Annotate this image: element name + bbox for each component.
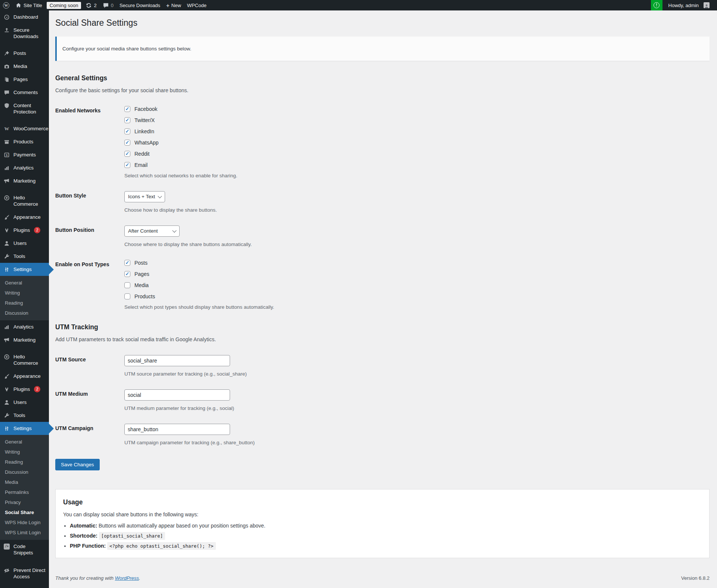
submenu-item-reading[interactable]: Reading xyxy=(0,298,49,308)
sidebar-item-tools[interactable]: Tools xyxy=(0,250,49,263)
selected-value: Icons + Text xyxy=(128,194,155,199)
submenu-item-writing[interactable]: Writing xyxy=(0,447,49,457)
updates-link[interactable]: 2 xyxy=(83,0,99,10)
post-type-checkbox-posts[interactable]: Posts xyxy=(124,260,710,266)
account-menu[interactable]: Howdy, admin xyxy=(662,0,717,10)
utm-campaign-input[interactable] xyxy=(124,424,230,435)
submenu-item-general[interactable]: General xyxy=(0,278,49,288)
sidebar-item-marketing[interactable]: Marketing xyxy=(0,333,49,346)
pages-icon xyxy=(3,76,10,83)
post-type-checkbox-media[interactable]: Media xyxy=(124,282,710,288)
checkbox-icon[interactable] xyxy=(124,293,130,299)
sidebar-item-hello-commerce[interactable]: Hello Commerce xyxy=(0,350,49,370)
secure-downloads-link[interactable]: Secure Downloads xyxy=(117,0,163,10)
sidebar-item-products[interactable]: Products xyxy=(0,135,49,148)
submenu-item-writing[interactable]: Writing xyxy=(0,288,49,298)
network-checkbox-whatsapp[interactable]: WhatsApp xyxy=(124,140,710,146)
settings-submenu-second: General Writing Reading Discussion Media… xyxy=(0,435,49,540)
sidebar-item-dashboard[interactable]: Dashboard xyxy=(0,10,49,24)
shortcode-snippet: [optasti_social_share] xyxy=(99,532,165,540)
site-title-label: Site Title xyxy=(24,3,42,8)
button-position-select[interactable]: After Content xyxy=(124,225,180,237)
sidebar-item-media[interactable]: Media xyxy=(0,60,49,73)
sidebar-item-analytics[interactable]: Analytics xyxy=(0,161,49,174)
submenu-item-general[interactable]: General xyxy=(0,437,49,447)
dashboard-icon xyxy=(3,14,10,20)
checkbox-icon[interactable] xyxy=(124,106,130,112)
post-type-checkbox-pages[interactable]: Pages xyxy=(124,271,710,277)
checkbox-icon[interactable] xyxy=(124,140,130,146)
sidebar-item-analytics[interactable]: Analytics xyxy=(0,320,49,333)
sidebar-item-secure-downloads[interactable]: Secure Downloads xyxy=(0,24,49,43)
checkbox-icon[interactable] xyxy=(124,162,130,168)
submenu-item-wps-limit-login[interactable]: WPS Limit Login xyxy=(0,528,49,538)
post-type-checkbox-products[interactable]: Products xyxy=(124,293,710,299)
network-checkbox-linkedin[interactable]: LinkedIn xyxy=(124,128,710,134)
submenu-item-privacy[interactable]: Privacy xyxy=(0,497,49,507)
wordpress-link[interactable]: WordPress xyxy=(115,575,139,581)
checkbox-icon[interactable] xyxy=(124,260,130,266)
sidebar-item-appearance[interactable]: Appearance xyxy=(0,211,49,224)
admin-bar-left: W Site Title Coming soon 2 0 Secure Down… xyxy=(0,0,209,10)
sidebar-item-marketing[interactable]: Marketing xyxy=(0,174,49,187)
wordpress-menu[interactable]: W xyxy=(0,0,12,10)
submenu-item-discussion[interactable]: Discussion xyxy=(0,467,49,477)
comment-icon xyxy=(3,89,10,96)
sidebar-item-plugins[interactable]: Plugins 2 xyxy=(0,383,49,396)
sidebar-item-settings[interactable]: Settings xyxy=(0,422,49,435)
submenu-item-permalinks[interactable]: Permalinks xyxy=(0,487,49,497)
checkbox-label: Email xyxy=(134,162,148,168)
checkbox-icon[interactable] xyxy=(124,117,130,123)
wordpress-logo-icon: W xyxy=(3,2,9,9)
new-menu[interactable]: + New xyxy=(163,0,184,10)
utm-source-input[interactable] xyxy=(124,355,230,366)
submenu-item-wps-hide-login[interactable]: WPS Hide Login xyxy=(0,517,49,528)
sidebar-item-appearance[interactable]: Appearance xyxy=(0,370,49,383)
sidebar-item-content-protection[interactable]: Content Protection xyxy=(0,99,49,118)
sidebar-item-users[interactable]: Users xyxy=(0,237,49,250)
utm-medium-input[interactable] xyxy=(124,389,230,401)
checkbox-icon[interactable] xyxy=(124,128,130,134)
brush-icon xyxy=(3,373,10,379)
network-checkbox-facebook[interactable]: Facebook xyxy=(124,106,710,112)
sidebar-item-hello-commerce[interactable]: Hello Commerce xyxy=(0,191,49,211)
alert-notification-button[interactable]: ! xyxy=(651,0,662,10)
submenu-item-media[interactable]: Media xyxy=(0,477,49,487)
comments-link[interactable]: 0 xyxy=(100,0,117,10)
utm-medium-description: UTM medium parameter for tracking (e.g.,… xyxy=(124,405,710,411)
usage-list: Automatic: Buttons will automatically ap… xyxy=(63,523,702,549)
submenu-item-discussion[interactable]: Discussion xyxy=(0,308,49,318)
sidebar-item-plugins[interactable]: Plugins 2 xyxy=(0,224,49,237)
network-checkbox-twitter[interactable]: Twitter/X xyxy=(124,117,710,123)
checkbox-icon[interactable] xyxy=(124,151,130,157)
submenu-item-social-share[interactable]: Social Share xyxy=(0,507,49,517)
general-settings-heading: General Settings xyxy=(55,74,710,82)
sidebar-item-code-snippets[interactable]: /> Code Snippets xyxy=(0,540,49,559)
sidebar-item-woocommerce[interactable]: W WooCommerce xyxy=(0,122,49,135)
sidebar-item-wp-file-manager[interactable]: WP File Manager xyxy=(0,583,49,588)
checkbox-icon[interactable] xyxy=(124,271,130,277)
submenu-item-reading[interactable]: Reading xyxy=(0,457,49,467)
sidebar-item-users[interactable]: Users xyxy=(0,396,49,409)
plus-circle-icon xyxy=(3,354,10,360)
sidebar-item-payments[interactable]: Payments xyxy=(0,148,49,161)
sidebar-item-comments[interactable]: Comments xyxy=(0,86,49,99)
bar-chart-icon xyxy=(3,324,10,330)
save-changes-button[interactable]: Save Changes xyxy=(55,459,100,470)
sidebar-item-prevent-direct-access[interactable]: Prevent Direct Access xyxy=(0,564,49,583)
notice-text: Configure your social media share button… xyxy=(62,46,191,52)
sidebar-item-tools[interactable]: Tools xyxy=(0,409,49,422)
sidebar-item-pages[interactable]: Pages xyxy=(0,73,49,86)
network-checkbox-email[interactable]: Email xyxy=(124,162,710,168)
network-checkbox-reddit[interactable]: Reddit xyxy=(124,151,710,157)
button-style-select[interactable]: Icons + Text xyxy=(124,191,165,202)
sidebar-item-posts[interactable]: Posts xyxy=(0,47,49,60)
update-icon xyxy=(86,2,92,9)
coming-soon-badge[interactable]: Coming soon xyxy=(47,2,81,9)
wpcode-menu[interactable]: WPCode xyxy=(184,0,209,10)
site-title-link[interactable]: Site Title xyxy=(12,0,45,10)
selected-value: After Content xyxy=(128,228,158,234)
sidebar-item-settings[interactable]: Settings xyxy=(0,263,49,276)
checkbox-icon[interactable] xyxy=(124,282,130,288)
folder-icon xyxy=(3,587,10,588)
